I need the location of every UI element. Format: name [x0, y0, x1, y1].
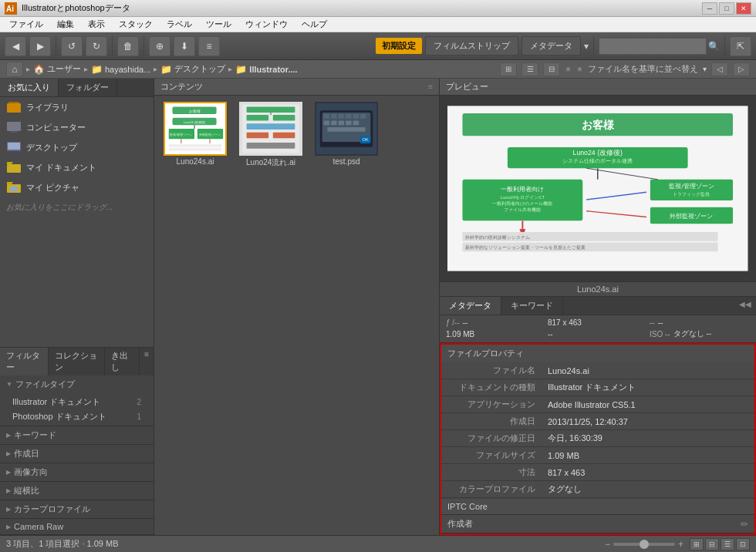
- tab-folders[interactable]: フォルダー: [59, 79, 117, 96]
- svg-rect-28: [169, 148, 221, 151]
- content-expand-btn[interactable]: ≡: [428, 82, 433, 91]
- menu-label[interactable]: ラベル: [160, 17, 198, 32]
- fav-mypics[interactable]: マイ ピクチャ: [0, 177, 154, 197]
- filmstrip-tab[interactable]: フィルムストリップ: [425, 36, 518, 56]
- status-view-btn-1[interactable]: ⊞: [690, 538, 704, 550]
- tab-favorites[interactable]: お気に入り: [0, 79, 59, 96]
- metadata-tab[interactable]: メタデータ: [521, 36, 581, 56]
- tab-export[interactable]: き出し: [105, 348, 140, 375]
- search-input[interactable]: [599, 38, 707, 55]
- initial-settings-badge[interactable]: 初期設定: [376, 38, 422, 54]
- filetype-header[interactable]: ▼ ファイルタイプ: [0, 375, 154, 393]
- creation-header[interactable]: ▶ 作成日: [0, 445, 154, 463]
- path-bar: ⌂ ▸ 🏠 ユーザー ▸ 📁 hayashida... ▸ 📁 デスクトップ ▸…: [0, 60, 756, 79]
- zoom-minus-icon[interactable]: −: [605, 539, 610, 550]
- fav-mydocs[interactable]: マイ ドキュメント: [0, 157, 154, 177]
- color-header[interactable]: ▶ カラープロファイル: [0, 500, 154, 518]
- home-button[interactable]: ⌂: [6, 62, 23, 77]
- menu-help[interactable]: ヘルプ: [295, 17, 333, 32]
- maximize-button[interactable]: □: [719, 2, 734, 15]
- menu-stack[interactable]: スタック: [113, 17, 159, 32]
- orientation-header[interactable]: ▶ 画像方向: [0, 463, 154, 481]
- menu-view[interactable]: 表示: [82, 17, 111, 32]
- view-btn-1[interactable]: ◁: [711, 62, 728, 76]
- filter-keyword: ▶ キーワード: [0, 426, 154, 445]
- expand-button[interactable]: ⇱: [730, 36, 751, 56]
- tab-filter[interactable]: フィルター: [0, 348, 49, 375]
- content-panel: コンテンツ ≡ お客様 Luno24 (改修後): [154, 79, 440, 535]
- delete-button[interactable]: 🗑: [117, 36, 139, 56]
- fav-library[interactable]: ライブラリ: [0, 97, 154, 117]
- forward-button[interactable]: ▶: [29, 36, 51, 56]
- list-view-btn[interactable]: ☰: [521, 62, 538, 76]
- filter-cameraraw: ▶ Camera Raw: [0, 519, 154, 535]
- meta-app-row: アプリケーション Adobe Illustrator CS5.1: [441, 396, 754, 413]
- edit-icon[interactable]: ✏: [741, 519, 748, 530]
- fav-computer[interactable]: コンピューター: [0, 117, 154, 137]
- menu-tools[interactable]: ツール: [200, 17, 238, 32]
- detail-button[interactable]: ≡: [198, 36, 220, 56]
- path-user[interactable]: 🏠 ユーザー: [33, 63, 81, 75]
- svg-rect-50: [346, 121, 352, 126]
- path-hayashida[interactable]: 📁 hayashida...: [91, 64, 150, 75]
- svg-rect-49: [339, 121, 345, 126]
- svg-text:Luno24をログインCT: Luno24をログインCT: [501, 195, 545, 200]
- quick-row5: --: [548, 328, 648, 339]
- rotate-cw-button[interactable]: ↻: [86, 36, 107, 56]
- svg-rect-9: [12, 151, 16, 153]
- menu-file[interactable]: ファイル: [3, 17, 49, 32]
- close-button[interactable]: ✕: [736, 2, 751, 15]
- svg-text:一般利用者向けのメール機能: 一般利用者向けのメール機能: [493, 201, 553, 207]
- svg-rect-41: [324, 114, 330, 119]
- svg-text:システム仕様のポータル連携: システム仕様のポータル連携: [563, 158, 633, 164]
- grid-view-btn[interactable]: ⊞: [500, 62, 517, 76]
- meta-table: ファイル名 Luno24s.ai ドキュメントの種類 Illustrator ド…: [441, 362, 754, 498]
- iptc-header: IPTC Core: [441, 498, 754, 515]
- zoom-thumb[interactable]: [640, 540, 649, 549]
- svg-rect-45: [353, 114, 359, 119]
- svg-rect-44: [346, 114, 352, 119]
- favorites-section: ライブラリ コンピューター: [0, 97, 154, 347]
- file-luno24s[interactable]: お客様 Luno24 (改修後) 監視/管理ゾーン 外部監視ゾーン: [160, 102, 230, 168]
- rotate-ccw-button[interactable]: ↺: [61, 36, 83, 56]
- view-btn-2[interactable]: ▷: [733, 62, 750, 76]
- file-test-psd[interactable]: OK test.psd: [312, 102, 381, 168]
- thumb-test-psd: OK: [315, 102, 378, 156]
- tab-metadata[interactable]: メタデータ: [440, 297, 501, 315]
- filter-photoshop[interactable]: Photoshop ドキュメント 1: [0, 409, 154, 424]
- filter-illustrator[interactable]: Illustrator ドキュメント 2: [0, 395, 154, 409]
- download-button[interactable]: ⬇: [174, 36, 195, 56]
- back-button[interactable]: ◀: [5, 36, 26, 56]
- tab-collection[interactable]: コレクション: [49, 348, 105, 375]
- svg-text:外科学的の医科診断シシステム: 外科学的の医科診断シシステム: [466, 235, 531, 240]
- zoom-slider[interactable]: [613, 543, 675, 546]
- svg-marker-13: [7, 182, 13, 184]
- status-view-btn-4[interactable]: ⊡: [736, 538, 750, 550]
- cameraraw-header[interactable]: ▶ Camera Raw: [0, 519, 154, 534]
- svg-rect-8: [8, 143, 20, 150]
- minimize-button[interactable]: ─: [702, 2, 717, 15]
- detail-view-btn[interactable]: ⊟: [543, 62, 560, 76]
- tab-keyword[interactable]: キーワード: [501, 297, 563, 315]
- meta-expand-btn[interactable]: ◀◀: [734, 297, 756, 315]
- fav-desktop[interactable]: デスクトップ: [0, 137, 154, 157]
- open-raw-button[interactable]: ⊕: [149, 36, 170, 56]
- keyword-header[interactable]: ▶ キーワード: [0, 426, 154, 444]
- status-view-btn-3[interactable]: ☰: [721, 538, 734, 550]
- status-view-btn-2[interactable]: ⊟: [705, 538, 719, 550]
- svg-text:新科学的なソリューション提案・ツールを見据えたご提案: 新科学的なソリューション提案・ツールを見据えたご提案: [466, 244, 586, 251]
- svg-rect-6: [10, 132, 18, 133]
- path-desktop[interactable]: 📁 デスクトップ: [160, 63, 225, 75]
- quick-dimensions: 817 x 463: [548, 318, 648, 327]
- filter-menu-btn[interactable]: ≡: [140, 348, 154, 375]
- zoom-plus-icon[interactable]: +: [678, 539, 683, 550]
- svg-rect-4: [7, 122, 21, 131]
- file-luno24-flow[interactable]: Luno24流れ.ai: [236, 102, 305, 168]
- aspect-header[interactable]: ▶ 縦横比: [0, 482, 154, 500]
- quick-aperture: ƒ /-- --: [446, 318, 546, 327]
- path-illustrator[interactable]: 📁 Illustrator....: [235, 64, 297, 75]
- menu-window[interactable]: ウィンドウ: [239, 17, 294, 32]
- separator-5: [724, 36, 725, 56]
- preview-panel: プレビュー お客様 Luno24 (改修後) システム仕様のポータル連携: [440, 79, 756, 296]
- menu-edit[interactable]: 編集: [51, 17, 80, 32]
